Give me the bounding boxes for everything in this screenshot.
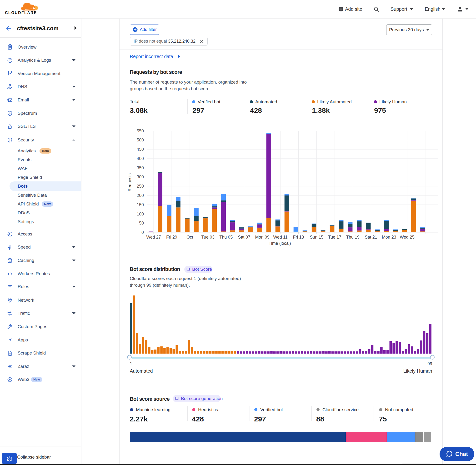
svg-text:Wed 11: Wed 11	[273, 235, 287, 240]
svg-text:400: 400	[137, 156, 144, 161]
svg-text:250: 250	[137, 184, 144, 189]
svg-text:200: 200	[137, 193, 144, 198]
svg-text:50: 50	[139, 221, 144, 225]
svg-text:Wed 25: Wed 25	[400, 235, 414, 240]
svg-text:Fri 13: Fri 13	[293, 235, 304, 240]
svg-text:Sat 21: Sat 21	[365, 235, 377, 240]
svg-text:Thu 19: Thu 19	[346, 235, 360, 240]
svg-text:500: 500	[137, 137, 144, 142]
svg-text:450: 450	[137, 147, 144, 152]
svg-text:350: 350	[137, 166, 144, 170]
svg-text:Oct: Oct	[186, 235, 193, 240]
svg-text:100: 100	[137, 212, 144, 216]
svg-text:Thu 05: Thu 05	[219, 235, 233, 240]
svg-text:Tue 17: Tue 17	[328, 235, 341, 240]
svg-text:0: 0	[141, 230, 144, 235]
svg-text:Requests: Requests	[127, 173, 132, 191]
svg-text:550: 550	[137, 128, 144, 133]
svg-text:Sat 07: Sat 07	[238, 235, 250, 240]
svg-text:Mon 09: Mon 09	[255, 235, 269, 240]
svg-text:Time (local): Time (local)	[269, 241, 291, 246]
svg-text:150: 150	[137, 202, 144, 207]
svg-text:Mon 23: Mon 23	[382, 235, 396, 240]
svg-text:Fri 29: Fri 29	[166, 235, 177, 240]
svg-text:Tue 03: Tue 03	[201, 235, 214, 240]
svg-text:Wed 27: Wed 27	[146, 235, 161, 240]
svg-text:Sun 15: Sun 15	[310, 235, 323, 240]
svg-text:300: 300	[137, 175, 144, 179]
